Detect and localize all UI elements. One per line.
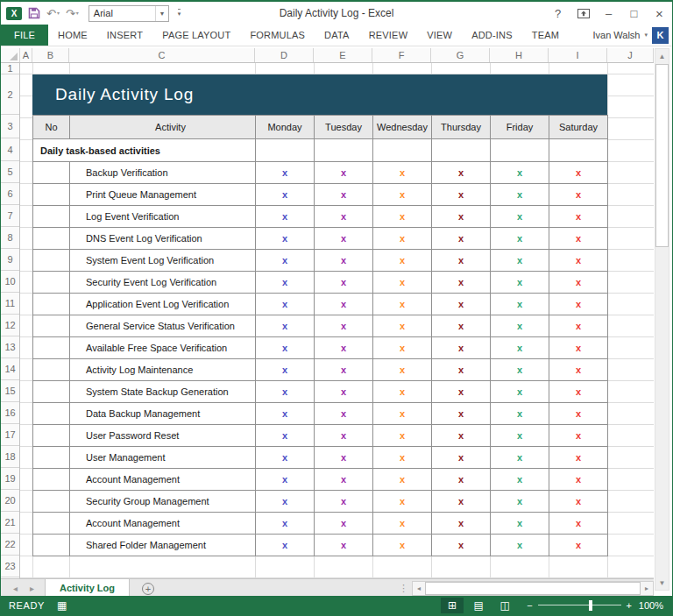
mark-cell-wednesday[interactable]: x <box>373 337 432 359</box>
mark-cell-wednesday[interactable]: x <box>373 469 432 491</box>
macro-record-icon[interactable]: ▦ <box>57 599 67 612</box>
no-cell[interactable] <box>33 513 70 535</box>
minimize-icon[interactable]: – <box>596 2 621 25</box>
zoom-out-icon[interactable]: − <box>527 600 532 611</box>
mark-cell-monday[interactable]: x <box>256 206 315 228</box>
maximize-icon[interactable]: □ <box>621 2 647 25</box>
tab-scrollbar-divider[interactable]: ⋮ <box>399 579 412 598</box>
mark-cell-friday[interactable]: x <box>491 184 549 206</box>
mark-cell-friday[interactable]: x <box>491 513 549 535</box>
header-cell-friday[interactable]: Friday <box>491 116 549 139</box>
mark-cell-wednesday[interactable]: x <box>373 162 432 184</box>
mark-cell-monday[interactable]: x <box>256 469 315 491</box>
row-header-2[interactable]: 2 <box>1 74 19 115</box>
mark-cell-tuesday[interactable]: x <box>315 513 373 535</box>
avatar[interactable]: K <box>652 27 669 44</box>
mark-cell-wednesday[interactable]: x <box>373 272 432 294</box>
mark-cell-saturday[interactable]: x <box>549 447 608 469</box>
no-cell[interactable] <box>33 403 70 425</box>
next-sheet-icon[interactable]: ▸ <box>30 584 34 593</box>
zoom-in-icon[interactable]: + <box>627 600 632 611</box>
row-header-10[interactable]: 10 <box>1 271 19 293</box>
mark-cell-monday[interactable]: x <box>256 337 315 359</box>
mark-cell-monday[interactable]: x <box>256 403 315 425</box>
row-header-13[interactable]: 13 <box>1 336 19 358</box>
header-cell-monday[interactable]: Monday <box>256 116 315 139</box>
column-header-J[interactable]: J <box>607 48 654 62</box>
header-cell-wednesday[interactable]: Wednesday <box>373 116 432 139</box>
mark-cell-tuesday[interactable]: x <box>315 359 373 381</box>
mark-cell-tuesday[interactable]: x <box>315 447 373 469</box>
mark-cell-saturday[interactable]: x <box>549 184 608 206</box>
mark-cell-thursday[interactable]: x <box>432 294 491 315</box>
mark-cell-wednesday[interactable]: x <box>373 403 432 425</box>
mark-cell-tuesday[interactable]: x <box>315 535 373 556</box>
ribbon-tab-review[interactable]: REVIEW <box>359 25 418 46</box>
redo-button[interactable]: ↷▾ <box>66 8 79 19</box>
mark-cell-tuesday[interactable]: x <box>315 315 373 337</box>
no-cell[interactable] <box>33 447 70 469</box>
column-header-A[interactable]: A <box>20 48 32 62</box>
activity-cell[interactable]: Account Management <box>70 469 256 491</box>
activity-cell[interactable]: User Password Reset <box>70 425 256 447</box>
redo-dropdown-icon[interactable]: ▾ <box>76 11 79 16</box>
column-header-B[interactable]: B <box>32 48 69 62</box>
no-cell[interactable] <box>33 162 70 184</box>
mark-cell-wednesday[interactable]: x <box>373 184 432 206</box>
mark-cell-friday[interactable]: x <box>491 381 549 403</box>
column-header-H[interactable]: H <box>490 48 549 62</box>
mark-cell-monday[interactable]: x <box>256 535 315 556</box>
no-cell[interactable] <box>33 294 70 315</box>
ribbon-tab-data[interactable]: DATA <box>315 25 359 46</box>
mark-cell-thursday[interactable]: x <box>432 184 491 206</box>
mark-cell-monday[interactable]: x <box>256 447 315 469</box>
mark-cell-saturday[interactable]: x <box>549 491 608 513</box>
no-cell[interactable] <box>33 359 70 381</box>
mark-cell-thursday[interactable]: x <box>432 162 491 184</box>
mark-cell-monday[interactable]: x <box>256 425 315 447</box>
mark-cell-monday[interactable]: x <box>256 228 315 250</box>
new-sheet-button[interactable]: + <box>142 579 154 598</box>
zoom-slider-thumb[interactable] <box>589 600 592 611</box>
row-header-23[interactable]: 23 <box>1 556 19 577</box>
zoom-slider[interactable] <box>538 600 621 611</box>
vertical-scrollbar-thumb[interactable] <box>655 64 669 247</box>
row-header-7[interactable]: 7 <box>1 205 19 227</box>
row-header-8[interactable]: 8 <box>1 227 19 249</box>
mark-cell-monday[interactable]: x <box>256 491 315 513</box>
mark-cell-tuesday[interactable]: x <box>315 250 373 272</box>
mark-cell-wednesday[interactable]: x <box>373 206 432 228</box>
activity-cell[interactable]: Security Group Management <box>70 491 256 513</box>
scroll-down-icon[interactable]: ▼ <box>655 576 669 590</box>
select-all-corner[interactable] <box>1 48 20 62</box>
mark-cell-thursday[interactable]: x <box>432 337 491 359</box>
scroll-up-icon[interactable]: ▲ <box>655 49 669 63</box>
mark-cell-saturday[interactable]: x <box>549 272 608 294</box>
row-header-18[interactable]: 18 <box>1 446 19 468</box>
activity-cell[interactable]: Account Management <box>70 513 256 535</box>
ribbon-tab-file[interactable]: FILE <box>1 25 48 46</box>
no-cell[interactable] <box>33 228 70 250</box>
mark-cell-friday[interactable]: x <box>491 206 549 228</box>
row-header-6[interactable]: 6 <box>1 183 19 205</box>
row-header-22[interactable]: 22 <box>1 534 19 556</box>
activity-cell[interactable]: DNS Event Log Verification <box>70 228 256 250</box>
empty-cell[interactable] <box>491 139 549 162</box>
row-header-1[interactable]: 1 <box>1 63 19 74</box>
mark-cell-tuesday[interactable]: x <box>315 228 373 250</box>
no-cell[interactable] <box>33 206 70 228</box>
mark-cell-friday[interactable]: x <box>491 491 549 513</box>
mark-cell-tuesday[interactable]: x <box>315 206 373 228</box>
horizontal-scrollbar-thumb[interactable] <box>425 582 641 595</box>
empty-cell[interactable] <box>373 139 432 162</box>
empty-cell[interactable] <box>549 139 608 162</box>
row-header-3[interactable]: 3 <box>1 115 19 138</box>
mark-cell-saturday[interactable]: x <box>549 425 608 447</box>
ribbon-tab-view[interactable]: VIEW <box>417 25 462 46</box>
chevron-down-icon[interactable]: ▼ <box>155 6 168 21</box>
mark-cell-thursday[interactable]: x <box>432 381 491 403</box>
no-cell[interactable] <box>33 381 70 403</box>
activity-cell[interactable]: System Event Log Verification <box>70 250 256 272</box>
row-header-17[interactable]: 17 <box>1 424 19 446</box>
mark-cell-wednesday[interactable]: x <box>373 447 432 469</box>
